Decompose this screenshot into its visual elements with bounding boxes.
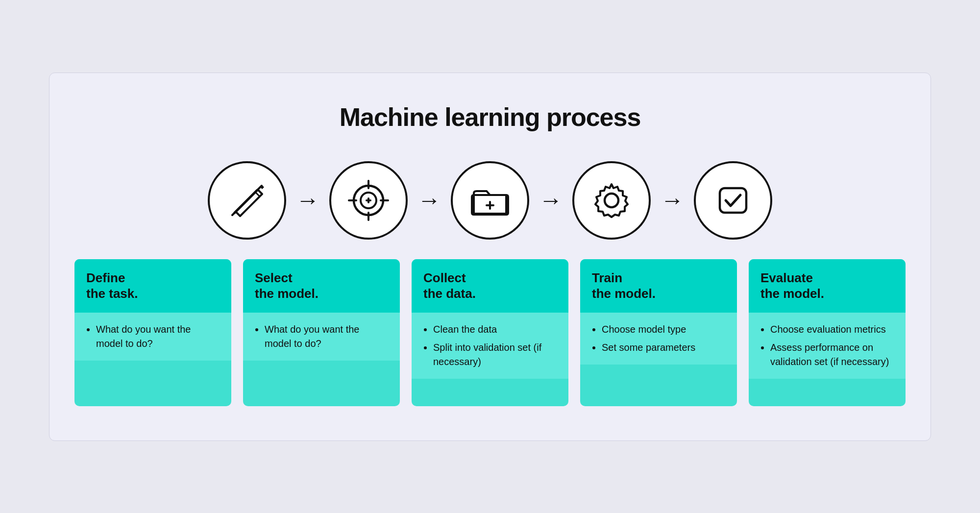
card-select-title: Selectthe model. <box>255 270 318 301</box>
step-icon-train <box>572 161 651 240</box>
list-item: Choose evaluation metrics <box>770 322 894 337</box>
card-select-list: What do you want the model to do? <box>255 322 388 351</box>
card-train-body: Choose model type Set some parameters <box>580 313 737 365</box>
card-evaluate: Evaluatethe model. Choose evaluation met… <box>749 259 906 406</box>
svg-line-5 <box>236 212 240 216</box>
list-item: Clean the data <box>433 322 557 337</box>
card-collect-title: Collectthe data. <box>423 270 476 301</box>
card-train-title: Trainthe model. <box>592 270 656 301</box>
arrow-2: → <box>417 187 441 214</box>
card-define-title: Definethe task. <box>86 270 138 301</box>
list-item: What do you want the model to do? <box>265 322 388 351</box>
folder-icon <box>468 178 512 222</box>
crosshair-icon <box>346 178 391 222</box>
arrow-1: → <box>296 187 319 214</box>
card-collect-header: Collectthe data. <box>412 259 568 313</box>
svg-line-4 <box>255 192 260 196</box>
card-train-list: Choose model type Set some parameters <box>592 322 725 355</box>
step-icon-evaluate <box>694 161 772 240</box>
list-item: Set some parameters <box>602 341 725 355</box>
card-define-list: What do you want the model to do? <box>86 322 220 351</box>
card-evaluate-title: Evaluatethe model. <box>760 270 824 301</box>
list-item: Assess performance on validation set (if… <box>770 341 894 369</box>
list-item: Choose model type <box>602 322 725 337</box>
arrow-4: → <box>661 187 684 214</box>
pencil-icon <box>225 178 269 222</box>
gear-icon <box>589 178 634 222</box>
card-define-body: What do you want the model to do? <box>74 313 231 361</box>
card-train-header: Trainthe model. <box>580 259 737 313</box>
svg-point-16 <box>605 194 618 207</box>
card-select: Selectthe model. What do you want the mo… <box>243 259 400 406</box>
list-item: What do you want the model to do? <box>96 322 220 351</box>
svg-rect-17 <box>720 188 746 213</box>
card-select-header: Selectthe model. <box>243 259 400 313</box>
card-evaluate-list: Choose evaluation metrics Assess perform… <box>760 322 894 369</box>
card-collect: Collectthe data. Clean the data Split in… <box>412 259 568 406</box>
list-item: Split into validation set (if necessary) <box>433 341 557 369</box>
step-icon-select <box>329 161 408 240</box>
icons-row: → → <box>89 161 891 240</box>
checkbox-icon <box>711 178 755 222</box>
cards-row: Definethe task. What do you want the mod… <box>89 259 891 406</box>
main-container: Machine learning process → <box>49 73 931 441</box>
card-define-header: Definethe task. <box>74 259 231 313</box>
step-icon-collect <box>451 161 529 240</box>
page-title: Machine learning process <box>89 102 891 132</box>
card-collect-list: Clean the data Split into validation set… <box>423 322 557 369</box>
card-evaluate-body: Choose evaluation metrics Assess perform… <box>749 313 906 379</box>
step-icon-define <box>208 161 286 240</box>
arrow-3: → <box>539 187 563 214</box>
card-train: Trainthe model. Choose model type Set so… <box>580 259 737 406</box>
card-select-body: What do you want the model to do? <box>243 313 400 361</box>
card-evaluate-header: Evaluatethe model. <box>749 259 906 313</box>
card-define: Definethe task. What do you want the mod… <box>74 259 231 406</box>
card-collect-body: Clean the data Split into validation set… <box>412 313 568 379</box>
